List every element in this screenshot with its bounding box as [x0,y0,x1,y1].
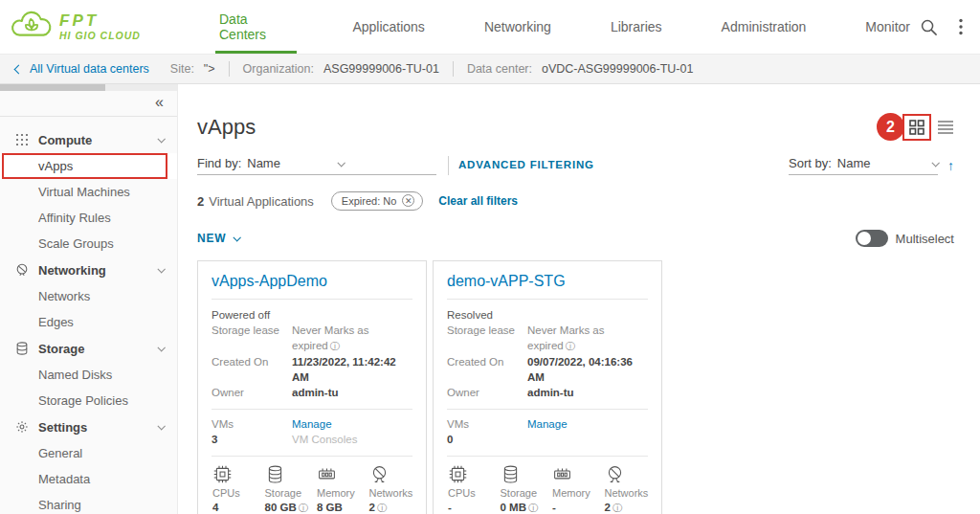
divider [212,409,412,410]
sidebar-section-storage[interactable]: Storage [0,335,177,362]
divider [447,299,648,300]
new-button[interactable]: NEW [197,232,239,245]
database-icon [15,342,31,355]
info-icon[interactable]: ⓘ [612,503,622,513]
sidebar-section-settings[interactable]: Settings [0,413,177,440]
chip-close-icon[interactable]: ✕ [402,194,414,207]
sidebar-item-label: General [38,446,82,460]
back-link-label: All Virtual data centers [30,62,149,76]
info-icon[interactable]: ⓘ [566,341,575,351]
resource-cpus: CPUs - [443,464,496,514]
sidebar-section-label: Compute [38,133,92,147]
vapp-title-link[interactable]: demo-vAPP-STG [434,261,661,290]
advanced-filtering-link[interactable]: ADVANCED FILTERING [458,159,594,175]
sidebar-section-compute[interactable]: Compute [0,126,177,153]
sidebar-item-named-disks[interactable]: Named Disks [0,362,177,388]
sidebar-item-general[interactable]: General [0,440,177,466]
sort-by-dropdown[interactable]: Sort by: Name [789,156,938,175]
manage-link[interactable]: Manage [292,417,357,432]
storage-icon [501,464,548,484]
chevron-down-icon [157,422,165,430]
list-view-icon[interactable] [937,120,954,135]
resource-value: 8 GB [317,500,365,514]
find-by-label: Find by: [197,156,241,170]
sort-direction-up-icon[interactable]: ↑ [947,158,954,175]
divider [447,409,648,410]
sidebar-item-storage-policies[interactable]: Storage Policies [0,388,177,413]
primary-nav: Data Centers Applications Networking Lib… [215,0,914,54]
sidebar-item-sharing[interactable]: Sharing [0,492,177,514]
cloud-logo-icon [10,9,54,45]
nav-data-centers[interactable]: Data Centers [215,3,297,54]
resource-memory: Memory - [547,464,600,514]
breadcrumb: All Virtual data centers Site: "> Organi… [0,55,980,84]
divider [453,61,454,77]
network-icon [605,464,653,484]
resource-networks: Networks 2ⓘ [600,464,653,514]
manage-link[interactable]: Manage [527,417,568,432]
site-value: "> [204,62,215,76]
gear-icon [15,420,31,434]
chevron-down-icon [157,344,165,351]
datacenter-value: oVDC-ASG99999006-TU-01 [542,62,693,76]
divider [448,156,449,175]
sidebar-item-edges[interactable]: Edges [0,309,177,335]
cpu-icon [212,464,260,484]
info-icon[interactable]: ⓘ [528,503,538,513]
datacenter-label: Data center: [467,62,532,76]
clear-all-filters-link[interactable]: Clear all filters [438,194,518,208]
cpu-icon [448,464,496,484]
resource-value: 80 GBⓘ [265,500,313,514]
resource-label: Storage [265,487,313,500]
vapp-state: Powered off [198,307,426,323]
vapp-title-link[interactable]: vApps-AppDemo [198,261,426,290]
nav-monitor[interactable]: Monitor [861,3,914,54]
scrollbar-track [0,84,177,91]
info-icon[interactable]: ⓘ [377,503,387,513]
back-to-vdc-link[interactable]: All Virtual data centers [15,62,149,76]
toggle-knob [858,232,871,245]
sidebar-item-scale-groups[interactable]: Scale Groups [0,231,177,257]
brand-logo: FPT HI GIO CLOUD [10,0,215,54]
info-icon[interactable]: ⓘ [299,503,308,513]
sidebar-item-virtual-machines[interactable]: Virtual Machines [0,179,177,205]
sidebar-collapse-icon[interactable]: « [155,95,164,110]
scrollbar-thumb[interactable] [0,84,105,91]
memory-icon [317,464,365,484]
chevron-down-icon [157,265,165,273]
sidebar-item-vapps[interactable]: vApps [0,153,177,179]
resource-value: - [448,500,496,514]
nav-networking[interactable]: Networking [480,3,555,54]
kebab-menu-icon[interactable] [959,18,963,35]
resource-value: 0 MBⓘ [501,500,548,514]
nav-administration[interactable]: Administration [718,3,811,54]
find-by-dropdown[interactable]: Find by: Name [197,156,436,175]
info-icon[interactable]: ⓘ [330,341,340,351]
sidebar-item-networks[interactable]: Networks [0,283,177,309]
resource-label: Networks [605,487,653,500]
resource-storage: Storage 0 MBⓘ [496,464,548,514]
globe-icon [15,263,31,277]
multiselect-toggle[interactable] [856,230,888,247]
resource-label: Networks [369,487,417,500]
sidebar-section-label: Storage [38,342,84,356]
resource-label: Memory [552,487,600,500]
search-icon[interactable] [920,18,938,36]
find-by-value: Name [247,156,280,170]
resource-label: CPUs [448,487,496,500]
filter-chip-expired: Expired: No ✕ [331,191,423,211]
sidebar-section-networking[interactable]: Networking [0,257,177,283]
vms-label: VMs [212,417,292,432]
nav-applications[interactable]: Applications [348,3,429,54]
vapp-card: vApps-AppDemo Powered off Storage lease … [197,260,427,514]
storage-lease-value: Never Marks as expiredⓘ [527,323,648,354]
divider [229,61,230,77]
nav-libraries[interactable]: Libraries [607,3,666,54]
grid-view-icon[interactable] [908,119,925,136]
sidebar-item-label: Networks [38,289,90,303]
sidebar-item-label: Scale Groups [38,236,114,251]
created-on-value: 11/23/2022, 11:42:42 AM [292,354,412,385]
sidebar-section-label: Settings [38,420,87,435]
sidebar-item-affinity-rules[interactable]: Affinity Rules [0,205,177,231]
sidebar-item-metadata[interactable]: Metadata [0,466,177,492]
